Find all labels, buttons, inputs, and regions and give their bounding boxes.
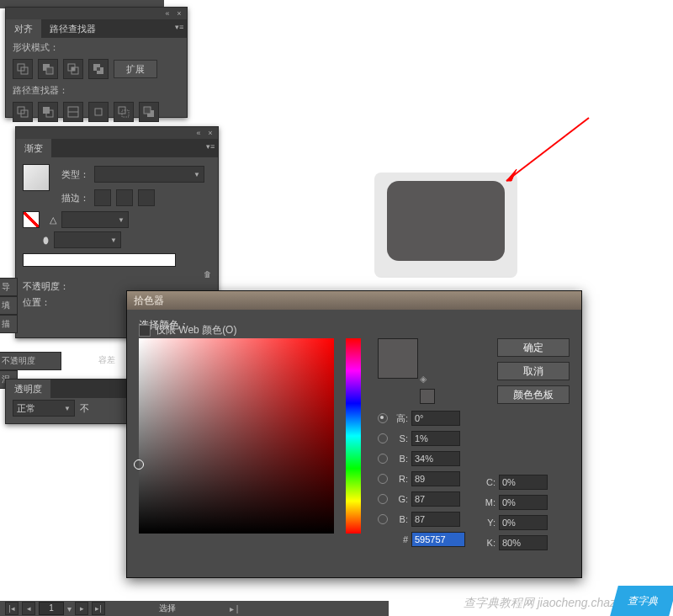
s-label: S: [393, 433, 408, 443]
out-of-gamut-icon[interactable]: ◈ [420, 374, 427, 385]
hsb-b-radio[interactable] [378, 454, 388, 464]
hsb-h-radio[interactable] [378, 413, 388, 423]
m-input[interactable] [499, 495, 548, 510]
no-gradient-swatch[interactable] [23, 211, 40, 228]
expand-button[interactable]: 扩展 [114, 60, 157, 78]
trash-icon[interactable]: 🗑 [203, 270, 211, 279]
last-page-button[interactable]: ▸| [92, 602, 105, 615]
g-label: G: [393, 494, 408, 504]
g-input[interactable] [411, 491, 460, 507]
r-input[interactable] [411, 471, 460, 486]
c-input[interactable] [499, 475, 548, 490]
position-label: 位置： [23, 296, 50, 309]
hex-input[interactable] [411, 532, 465, 547]
page-number-input[interactable]: 1 [39, 602, 64, 615]
s-input[interactable] [411, 431, 460, 446]
svg-rect-16 [95, 109, 102, 115]
shape-mode-label: 形状模式： [6, 38, 187, 57]
panel-menu-icon[interactable]: ▾≡ [175, 23, 183, 31]
aspect-icon: ⬮ [43, 235, 49, 246]
k-input[interactable] [499, 535, 548, 550]
svg-line-21 [506, 118, 589, 181]
shapemode-unite-button[interactable] [13, 59, 33, 79]
gradient-ramp[interactable] [23, 253, 176, 267]
aspect-select[interactable]: ▼ [54, 231, 121, 248]
cancel-button[interactable]: 取消 [497, 362, 570, 380]
svg-rect-6 [72, 67, 75, 71]
sv-cursor[interactable] [134, 459, 144, 470]
c-label: C: [480, 477, 495, 487]
bb-input[interactable] [411, 512, 460, 527]
stroke-apply-within-button[interactable] [94, 189, 111, 206]
prev-page-button[interactable]: ◂ [22, 602, 35, 615]
saturation-value-field[interactable] [139, 338, 334, 534]
ok-button[interactable]: 确定 [497, 338, 570, 357]
tab-pathfinder[interactable]: 路径查找器 [41, 19, 104, 38]
edge-opacity-label: 不透明度 [0, 352, 61, 370]
color-preview-new [378, 338, 418, 379]
shapemode-intersect-button[interactable] [63, 59, 83, 79]
edge-tab-c[interactable]: 描 [0, 315, 18, 333]
status-bar: |◂ ◂ 1 ▾ ▸ ▸| 选择 ▸ | [0, 601, 389, 616]
rgb-r-radio[interactable] [378, 474, 388, 484]
gradient-type-select[interactable]: ▼ [94, 166, 204, 183]
collapse-icon[interactable]: « [163, 9, 172, 18]
type-label: 类型： [61, 168, 89, 181]
pf-merge-button[interactable] [63, 102, 83, 122]
y-label: Y: [480, 518, 495, 528]
close-icon[interactable]: × [206, 129, 215, 137]
web-only-label: 仅限 Web 颜色(O) [156, 323, 236, 337]
pf-trim-button[interactable] [38, 102, 58, 122]
pf-minus-back-button[interactable] [139, 102, 159, 122]
color-picker-dialog: 拾色器 选择颜色： ◈ 确定 取消 颜色色板 高: S: B: R: G: B:… [126, 290, 582, 578]
annotation-arrow [496, 114, 597, 198]
next-page-button[interactable]: ▸ [75, 602, 88, 615]
stroke-label: 描边： [61, 192, 89, 204]
h-input[interactable] [411, 411, 460, 426]
opacity-label: 不透明度： [23, 280, 69, 293]
angle-select[interactable]: ▼ [61, 211, 129, 228]
stroke-apply-along-button[interactable] [116, 189, 133, 206]
y-input[interactable] [499, 515, 548, 530]
k-label: K: [480, 538, 495, 548]
select-label: 选择 [159, 603, 176, 614]
opacity-prefix: 不 [80, 402, 89, 415]
edge-tab-a[interactable]: 导 [0, 278, 18, 296]
swatches-button[interactable]: 颜色色板 [497, 385, 570, 404]
shapemode-exclude-button[interactable] [88, 59, 109, 79]
b-input[interactable] [411, 451, 460, 466]
svg-rect-9 [97, 67, 100, 71]
tab-gradient[interactable]: 渐变 [16, 139, 51, 157]
b-label: B: [393, 454, 408, 464]
tab-align[interactable]: 对齐 [6, 19, 41, 38]
transparency-panel: 透明度 正常▼ 不 [5, 379, 129, 424]
pf-divide-button[interactable] [13, 102, 33, 122]
close-icon[interactable]: × [175, 9, 183, 18]
svg-rect-20 [144, 107, 151, 114]
gradient-preview-swatch[interactable] [23, 164, 50, 191]
m-label: M: [480, 497, 495, 507]
pathfinder-label: 路径查找器： [6, 81, 187, 100]
stroke-apply-across-button[interactable] [138, 189, 155, 206]
panel-menu-icon[interactable]: ▾≡ [206, 142, 215, 151]
color-preview-old[interactable] [420, 389, 435, 404]
r-label: R: [393, 474, 408, 484]
hue-slider[interactable] [346, 338, 361, 534]
hsb-s-radio[interactable] [378, 433, 388, 443]
watermark-badge: 查字典 [610, 586, 673, 616]
edge-tab-b[interactable]: 填 [0, 296, 18, 315]
pf-outline-button[interactable] [114, 102, 134, 122]
shapemode-minus-front-button[interactable] [38, 59, 58, 79]
collapse-icon[interactable]: « [194, 129, 203, 137]
rgb-g-radio[interactable] [378, 494, 388, 504]
first-page-button[interactable]: |◂ [5, 602, 19, 615]
blend-mode-select[interactable]: 正常▼ [13, 400, 75, 417]
svg-rect-3 [46, 67, 53, 74]
angle-icon: △ [50, 215, 56, 226]
rgb-b-radio[interactable] [378, 514, 388, 524]
dialog-title: 拾色器 [127, 291, 581, 310]
web-only-checkbox[interactable] [139, 325, 151, 337]
pf-crop-button[interactable] [88, 102, 109, 122]
tab-transparency[interactable]: 透明度 [6, 380, 50, 398]
hex-label: # [393, 534, 408, 544]
